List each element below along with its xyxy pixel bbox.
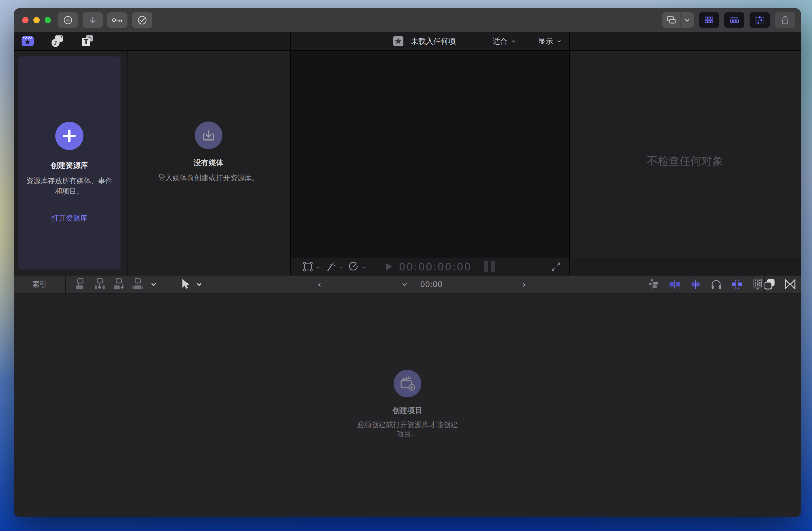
browser-viewer-divider[interactable]	[290, 32, 291, 276]
share-icon	[779, 14, 791, 26]
edit-tools-chevron[interactable]	[150, 281, 157, 288]
no-media-description: 导入媒体前创建或打开资源库。	[158, 173, 259, 183]
minimize-button[interactable]	[33, 17, 40, 23]
append-edit-icon[interactable]	[112, 278, 126, 291]
timeline-toggles	[648, 278, 764, 291]
view-options-dropdown[interactable]: 显示	[538, 36, 562, 46]
chevron-down-icon	[556, 39, 562, 44]
key-icon	[112, 14, 123, 26]
sidebar-browser-divider[interactable]	[127, 51, 128, 276]
import-button[interactable]	[83, 12, 103, 28]
no-media-empty-state: 没有媒体 导入媒体前创建或打开资源库。	[127, 51, 290, 183]
browser-toggle-button[interactable]	[699, 12, 719, 28]
retime-tool[interactable]: ⌄	[348, 261, 366, 273]
audio-meter-right	[491, 261, 495, 273]
pointer-tool-icon[interactable]	[180, 278, 190, 290]
pointer-tool-chevron[interactable]	[195, 281, 203, 288]
open-library-link[interactable]: 打开资源库	[52, 213, 87, 223]
skimmer-info-icon[interactable]	[648, 278, 661, 291]
titlebar-left-buttons	[58, 12, 152, 28]
libraries-sidebar: 创建资源库 资源库存放所有媒体、事件和项目。 打开资源库	[14, 51, 127, 276]
play-icon[interactable]	[385, 262, 392, 271]
timeline-area: 创建项目 必须创建或打开资源库才能创建项目。	[14, 293, 801, 517]
strip-icon	[728, 14, 740, 26]
plus-icon	[62, 128, 77, 143]
project-chevron[interactable]	[401, 281, 408, 288]
create-library-description: 资源库存放所有媒体、事件和项目。	[24, 176, 115, 197]
timeline-toggle-button[interactable]	[724, 12, 744, 28]
audio-meters-button[interactable]	[484, 261, 495, 273]
close-button[interactable]	[22, 17, 28, 23]
prev-project-button[interactable]: ‹	[318, 279, 321, 289]
zoom-fit-dropdown[interactable]: 适合	[493, 36, 516, 46]
timeline-duration: 00:00	[420, 280, 443, 289]
snapping-icon[interactable]	[730, 278, 743, 291]
create-library-button[interactable]	[55, 122, 84, 150]
photos-audio-icon: ♪	[50, 34, 65, 48]
timeline-navigation: ‹ 00:00 ›	[290, 279, 569, 289]
transform-tool[interactable]: ⌄	[302, 261, 321, 273]
display-mode-chevron[interactable]	[681, 12, 694, 28]
overwrite-edit-icon[interactable]	[131, 278, 144, 291]
tab-titles-generators[interactable]: T	[80, 34, 95, 48]
create-project-circle	[394, 370, 421, 397]
audio-meter-left	[484, 261, 488, 273]
create-project-description: 必须创建或打开资源库才能创建项目。	[354, 420, 461, 438]
titles-icon: T	[80, 34, 95, 48]
traffic-lights	[22, 8, 51, 32]
connect-edit-icon[interactable]	[74, 278, 87, 291]
viewer-controls-divider	[290, 258, 801, 258]
new-button[interactable]	[58, 12, 78, 28]
chevron-down-icon: ⌄	[316, 264, 321, 269]
zoom-button[interactable]	[45, 17, 51, 23]
enhance-tool[interactable]: ⌄	[325, 261, 344, 273]
down-arrow-icon	[87, 15, 98, 26]
svg-text:T: T	[84, 38, 89, 46]
index-button[interactable]: 索引	[14, 280, 65, 289]
viewer-canvas	[290, 51, 569, 258]
viewer-timecode: 00:00:00:00	[399, 261, 472, 273]
viewer-header: 未载入任何项 适合 显示	[290, 32, 569, 50]
check-circle-icon	[136, 14, 148, 26]
svg-text:♪: ♪	[54, 40, 57, 47]
next-project-button[interactable]: ›	[523, 279, 526, 289]
chevron-down-icon: ⌄	[339, 264, 344, 269]
import-tray-icon	[201, 128, 216, 143]
chevron-down-icon	[684, 17, 690, 23]
titlebar-right-buttons	[662, 12, 795, 28]
chevron-down-icon: ⌄	[361, 264, 366, 269]
dual-display-icon[interactable]	[662, 12, 681, 28]
effects-browser-icon[interactable]	[763, 278, 776, 291]
timeline-browsers	[763, 278, 797, 291]
inspector-panel: 不检查任何对象	[569, 51, 801, 258]
keywords-button[interactable]	[107, 12, 128, 28]
audio-skimming-icon[interactable]	[689, 278, 702, 291]
insert-edit-icon[interactable]	[93, 278, 106, 291]
sidebar-tabs: ♪ T	[20, 32, 95, 50]
transform-icon	[302, 261, 314, 273]
share-button[interactable]	[775, 12, 795, 28]
create-library-title: 创建资源库	[50, 160, 88, 170]
inspector-toggle-button[interactable]	[750, 12, 770, 28]
toolbar-divider	[65, 276, 66, 293]
viewer-inspector-divider[interactable]	[569, 32, 570, 276]
toolbar-divider	[764, 276, 765, 293]
tab-photos-audio[interactable]: ♪	[50, 34, 65, 48]
clapperboard-icon	[20, 34, 35, 48]
fullscreen-button[interactable]	[551, 262, 561, 272]
solo-headphones-icon[interactable]	[710, 278, 723, 291]
browser-panel: 没有媒体 导入媒体前创建或打开资源库。	[127, 51, 290, 276]
transitions-browser-icon[interactable]	[784, 278, 797, 291]
background-tasks-button[interactable]	[132, 12, 152, 28]
create-library-card: 创建资源库 资源库存放所有媒体、事件和项目。 打开资源库	[18, 56, 120, 269]
no-media-title: 没有媒体	[194, 158, 223, 168]
tab-libraries[interactable]	[20, 34, 35, 48]
viewer-status: 未载入任何项	[411, 36, 456, 46]
clip-skimming-icon[interactable]	[668, 278, 681, 291]
edit-tools	[74, 278, 203, 291]
display-mode-split-button[interactable]	[662, 12, 694, 28]
magic-wand-icon	[325, 261, 336, 273]
clip-appearance-icon[interactable]	[751, 278, 764, 291]
viewer-controls: ⌄ ⌄ ⌄	[290, 258, 569, 276]
header-row: ♪ T 未载入任何项	[14, 32, 801, 51]
